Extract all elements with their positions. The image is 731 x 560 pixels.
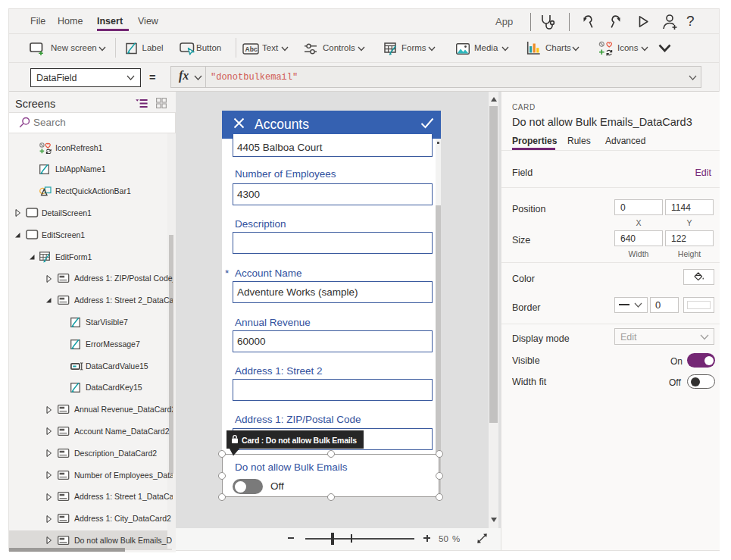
svg-text:Abc: Abc	[245, 45, 258, 53]
